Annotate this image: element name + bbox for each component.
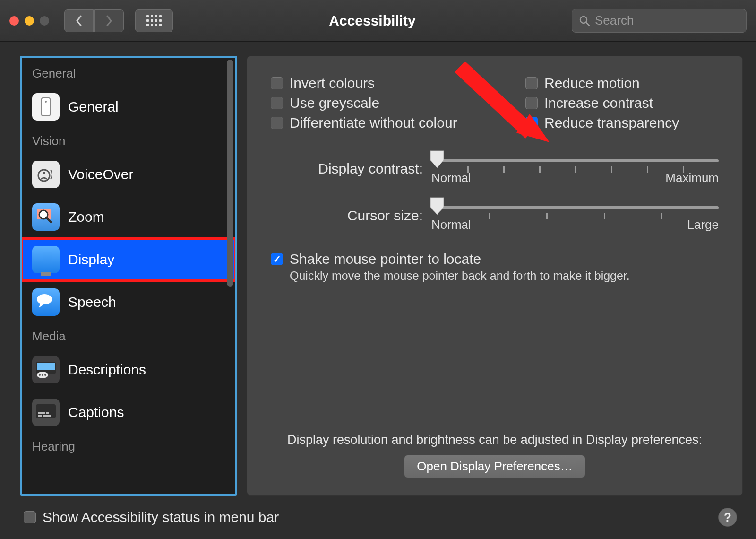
sidebar-item-label: Zoom	[68, 209, 104, 225]
shake-pointer-option: ✓ Shake mouse pointer to locate Quickly …	[271, 251, 719, 283]
shake-pointer-hint: Quickly move the mouse pointer back and …	[290, 269, 719, 283]
sidebar-item-label: Descriptions	[68, 362, 146, 378]
general-icon	[32, 93, 60, 121]
grid-icon	[146, 15, 162, 26]
sidebar-item-descriptions[interactable]: Descriptions	[22, 348, 235, 391]
checkbox-shake-pointer[interactable]: ✓ Shake mouse pointer to locate	[271, 251, 719, 267]
svg-point-15	[42, 374, 43, 376]
help-icon: ?	[724, 510, 731, 525]
voiceover-icon	[32, 161, 60, 188]
cursor-size-row: Cursor size: Normal Large	[271, 199, 719, 232]
window-title: Accessibility	[178, 13, 567, 29]
chevron-right-icon	[105, 15, 113, 26]
checkbox-icon	[24, 511, 36, 523]
checkbox-label: Reduce transparency	[544, 115, 679, 131]
sidebar-item-zoom[interactable]: Zoom	[22, 196, 235, 238]
sidebar-item-display[interactable]: Display	[22, 238, 235, 281]
zoom-window-button[interactable]	[40, 16, 49, 26]
display-icon	[32, 246, 60, 273]
display-contrast-slider[interactable]	[431, 152, 719, 170]
slider-thumb-icon	[429, 197, 446, 216]
checkbox-use-greyscale[interactable]: Use greyscale	[271, 95, 464, 111]
speech-icon	[32, 288, 60, 316]
svg-point-14	[39, 374, 41, 376]
svg-line-1	[586, 22, 589, 26]
sidebar-item-label: Speech	[68, 294, 116, 310]
contrast-max-label: Maximum	[665, 171, 719, 185]
close-window-button[interactable]	[9, 16, 19, 26]
search-icon	[579, 15, 590, 26]
display-options: Invert colours Reduce motion Use greysca…	[271, 75, 719, 131]
forward-button[interactable]	[94, 9, 124, 32]
nav-buttons	[64, 9, 124, 32]
titlebar: Accessibility Search	[0, 0, 756, 42]
help-button[interactable]: ?	[718, 508, 737, 527]
display-contrast-label: Display contrast:	[271, 161, 431, 177]
open-display-preferences-button[interactable]: Open Display Preferences…	[404, 455, 585, 478]
checkbox-icon	[271, 117, 283, 129]
window-controls	[9, 16, 49, 26]
sidebar-item-label: Display	[68, 252, 114, 268]
checkbox-label: Reduce motion	[544, 75, 640, 91]
main-panel: Invert colours Reduce motion Use greysca…	[247, 56, 743, 496]
checkbox-reduce-motion[interactable]: Reduce motion	[525, 75, 719, 91]
scrollbar[interactable]	[227, 60, 233, 287]
slider-thumb-icon	[429, 150, 446, 169]
content-area: General General Vision VoiceOver Zoom	[0, 42, 756, 496]
cursor-size-label: Cursor size:	[271, 208, 431, 224]
svg-point-5	[43, 172, 45, 174]
svg-rect-21	[43, 415, 51, 417]
minimize-window-button[interactable]	[25, 16, 34, 26]
svg-point-16	[44, 374, 46, 376]
checkbox-label: Invert colours	[290, 75, 375, 91]
svg-rect-20	[38, 415, 42, 417]
svg-point-3	[45, 101, 47, 103]
checkbox-label: Shake mouse pointer to locate	[290, 251, 481, 267]
cursor-max-label: Large	[687, 217, 719, 232]
back-button[interactable]	[64, 9, 94, 32]
sidebar-item-general[interactable]: General	[22, 86, 235, 128]
checkbox-icon	[271, 97, 283, 109]
contrast-min-label: Normal	[431, 171, 471, 185]
display-contrast-row: Display contrast: Normal Maximum	[271, 152, 719, 185]
search-placeholder: Search	[595, 13, 634, 28]
sidebar-item-voiceover[interactable]: VoiceOver	[22, 153, 235, 196]
checkbox-label: Increase contrast	[544, 95, 653, 111]
checkbox-show-accessibility-status[interactable]: Show Accessibility status in menu bar	[24, 509, 279, 525]
show-all-button[interactable]	[135, 9, 173, 32]
sidebar-section-media: Media	[22, 323, 235, 348]
svg-rect-18	[38, 412, 45, 414]
checkbox-label: Use greyscale	[290, 95, 379, 111]
svg-point-10	[37, 294, 52, 304]
sidebar-item-captions[interactable]: Captions	[22, 391, 235, 434]
zoom-icon	[32, 203, 60, 231]
checkbox-icon: ✓	[271, 253, 283, 265]
sidebar-item-label: VoiceOver	[68, 166, 133, 183]
footer: Show Accessibility status in menu bar ?	[0, 496, 756, 539]
descriptions-icon	[32, 356, 60, 383]
checkbox-reduce-transparency[interactable]: ✓ Reduce transparency	[525, 115, 719, 131]
checkbox-icon	[525, 97, 538, 109]
search-field[interactable]: Search	[572, 9, 747, 33]
svg-rect-2	[42, 98, 50, 116]
cursor-min-label: Normal	[431, 217, 471, 232]
sidebar-section-general: General	[22, 61, 235, 86]
sidebar: General General Vision VoiceOver Zoom	[20, 56, 237, 496]
svg-rect-19	[46, 412, 49, 414]
checkbox-icon	[271, 77, 283, 89]
checkbox-invert-colours[interactable]: Invert colours	[271, 75, 464, 91]
sidebar-item-speech[interactable]: Speech	[22, 281, 235, 323]
sidebar-item-label: Captions	[68, 404, 124, 420]
sidebar-section-vision: Vision	[22, 128, 235, 153]
svg-rect-12	[37, 363, 55, 370]
captions-icon	[32, 399, 60, 426]
checkbox-increase-contrast[interactable]: Increase contrast	[525, 95, 719, 111]
checkbox-label: Differentiate without colour	[290, 115, 457, 131]
cursor-size-slider[interactable]	[431, 199, 719, 217]
svg-point-4	[38, 170, 50, 181]
checkbox-differentiate-without-colour[interactable]: Differentiate without colour	[271, 115, 464, 131]
checkbox-icon: ✓	[525, 117, 538, 129]
checkbox-label: Show Accessibility status in menu bar	[43, 509, 279, 525]
sidebar-item-label: General	[68, 99, 119, 115]
sidebar-section-hearing: Hearing	[22, 434, 235, 459]
